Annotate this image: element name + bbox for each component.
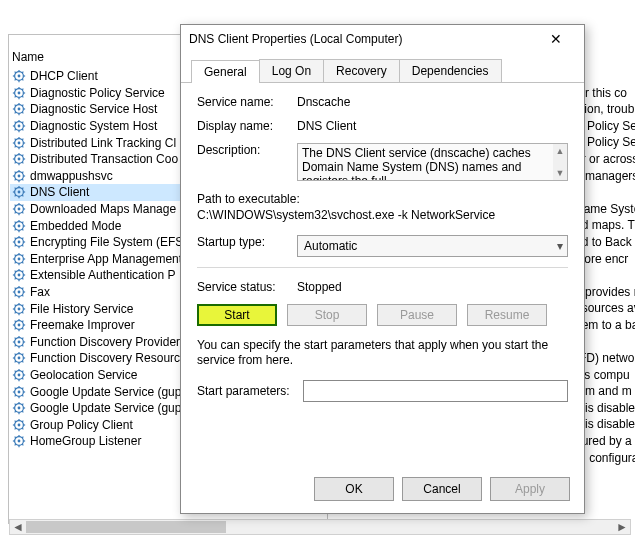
svg-point-11 xyxy=(18,91,21,94)
service-label: Geolocation Service xyxy=(30,368,137,382)
svg-line-197 xyxy=(22,395,23,396)
startup-type-select[interactable]: Automatic ▾ xyxy=(297,235,568,257)
svg-line-47 xyxy=(22,146,23,147)
svg-point-71 xyxy=(18,191,21,194)
svg-point-161 xyxy=(18,340,21,343)
gear-icon xyxy=(12,318,26,332)
tab-dependencies[interactable]: Dependencies xyxy=(399,59,502,82)
description-box[interactable]: The DNS Client service (dnscache) caches… xyxy=(297,143,568,181)
svg-line-18 xyxy=(15,96,16,97)
cancel-button[interactable]: Cancel xyxy=(402,477,482,501)
description-scrollbar[interactable]: ▲ ▼ xyxy=(553,144,567,180)
svg-point-81 xyxy=(18,208,21,211)
tab-general[interactable]: General xyxy=(191,60,260,83)
tab-recovery[interactable]: Recovery xyxy=(323,59,400,82)
svg-line-89 xyxy=(22,205,23,206)
svg-line-9 xyxy=(22,72,23,73)
svg-point-101 xyxy=(18,241,21,244)
svg-line-198 xyxy=(15,395,16,396)
close-button[interactable]: ✕ xyxy=(536,26,576,52)
svg-point-141 xyxy=(18,307,21,310)
close-icon: ✕ xyxy=(550,31,562,47)
svg-point-111 xyxy=(18,257,21,260)
gear-icon xyxy=(12,434,26,448)
svg-line-228 xyxy=(15,445,16,446)
svg-point-201 xyxy=(18,407,21,410)
svg-line-149 xyxy=(22,304,23,305)
gear-icon xyxy=(12,202,26,216)
divider xyxy=(197,267,568,268)
service-label: DNS Client xyxy=(30,185,89,199)
svg-line-129 xyxy=(22,271,23,272)
svg-line-26 xyxy=(15,105,16,106)
svg-line-156 xyxy=(15,321,16,322)
svg-line-219 xyxy=(22,420,23,421)
gear-icon xyxy=(12,252,26,266)
svg-line-88 xyxy=(15,212,16,213)
svg-line-186 xyxy=(15,371,16,372)
service-label: Extensible Authentication P xyxy=(30,268,175,282)
tab-logon[interactable]: Log On xyxy=(259,59,324,82)
gear-icon xyxy=(12,285,26,299)
scroll-thumb[interactable] xyxy=(26,521,226,533)
apply-button: Apply xyxy=(490,477,570,501)
svg-line-158 xyxy=(15,328,16,329)
gear-icon xyxy=(12,152,26,166)
svg-line-97 xyxy=(22,229,23,230)
svg-line-137 xyxy=(22,295,23,296)
start-button[interactable]: Start xyxy=(197,304,277,326)
label-start-params: Start parameters: xyxy=(197,384,297,398)
svg-point-151 xyxy=(18,324,21,327)
titlebar[interactable]: DNS Client Properties (Local Computer) ✕ xyxy=(181,25,584,53)
svg-point-21 xyxy=(18,108,21,111)
start-params-input[interactable] xyxy=(303,380,568,402)
gear-icon xyxy=(12,385,26,399)
gear-icon xyxy=(12,69,26,83)
svg-line-116 xyxy=(15,254,16,255)
svg-line-226 xyxy=(15,437,16,438)
svg-line-29 xyxy=(22,105,23,106)
label-startup-type: Startup type: xyxy=(197,235,297,249)
svg-line-86 xyxy=(15,205,16,206)
service-label: Fax xyxy=(30,285,50,299)
svg-line-168 xyxy=(15,345,16,346)
gear-icon xyxy=(12,351,26,365)
svg-line-57 xyxy=(22,162,23,163)
horizontal-scrollbar[interactable]: ◄ ► xyxy=(9,519,631,535)
svg-line-159 xyxy=(22,321,23,322)
gear-icon xyxy=(12,368,26,382)
service-label: DHCP Client xyxy=(30,69,98,83)
service-label: Downloaded Maps Manage xyxy=(30,202,176,216)
service-label: Function Discovery Resourc xyxy=(30,351,180,365)
svg-line-87 xyxy=(22,212,23,213)
column-header-name[interactable]: Name xyxy=(12,50,44,64)
svg-line-126 xyxy=(15,271,16,272)
ok-button[interactable]: OK xyxy=(314,477,394,501)
svg-point-181 xyxy=(18,374,21,377)
svg-point-91 xyxy=(18,224,21,227)
gear-icon xyxy=(12,136,26,150)
gear-icon xyxy=(12,302,26,316)
service-label: Google Update Service (gup xyxy=(30,385,181,399)
startup-type-value: Automatic xyxy=(304,239,357,253)
svg-line-199 xyxy=(22,387,23,388)
svg-line-147 xyxy=(22,312,23,313)
svg-point-1 xyxy=(18,75,21,78)
service-label: Encrypting File System (EFS) xyxy=(30,235,187,249)
value-path: C:\WINDOWS\system32\svchost.exe -k Netwo… xyxy=(197,207,568,223)
svg-line-216 xyxy=(15,420,16,421)
svg-line-67 xyxy=(22,179,23,180)
svg-point-131 xyxy=(18,291,21,294)
scroll-right-arrow[interactable]: ► xyxy=(614,520,630,534)
svg-line-178 xyxy=(15,362,16,363)
scroll-up-icon: ▲ xyxy=(556,144,565,158)
label-display-name: Display name: xyxy=(197,119,297,133)
gear-icon xyxy=(12,119,26,133)
svg-line-167 xyxy=(22,345,23,346)
scroll-left-arrow[interactable]: ◄ xyxy=(10,520,26,534)
svg-line-79 xyxy=(22,188,23,189)
service-label: File History Service xyxy=(30,302,133,316)
service-label: HomeGroup Listener xyxy=(30,434,141,448)
svg-line-208 xyxy=(15,411,16,412)
svg-line-68 xyxy=(15,179,16,180)
